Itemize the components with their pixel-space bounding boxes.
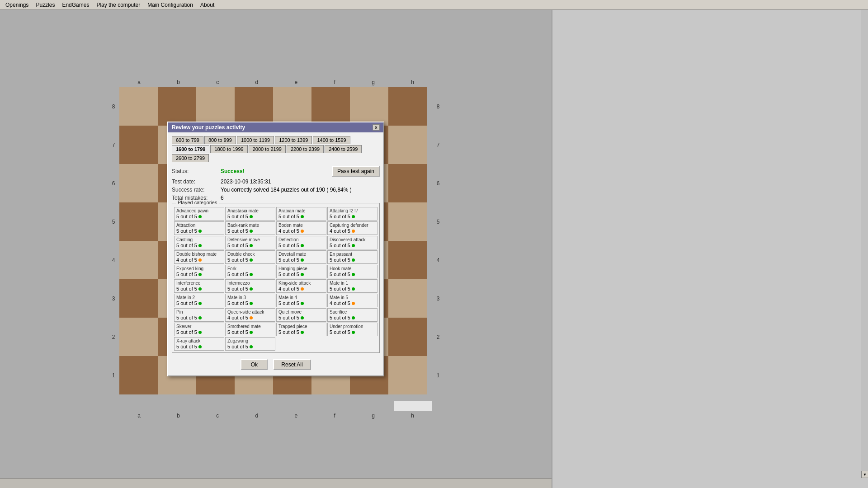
category-name-11: Discovered attack (330, 237, 375, 242)
board-container: a b c d e f g h 8 7 6 5 4 3 2 1 (0, 10, 552, 488)
category-score-34: 5 out of 5 (278, 329, 324, 335)
main-area: a b c d e f g h 8 7 6 5 4 3 2 1 (0, 10, 868, 488)
category-score-24: 5 out of 5 (176, 300, 222, 306)
ok-button[interactable]: Ok (241, 359, 268, 370)
dialog-body: 600 to 799 800 to 999 1000 to 1199 1200 … (168, 132, 383, 375)
menu-play-computer[interactable]: Play the computer (93, 1, 144, 9)
category-item-37: Zugzwang 5 out of 5 (225, 337, 275, 351)
category-item-13: Double check 5 out of 5 (225, 250, 275, 264)
category-score-1: 5 out of 5 (227, 214, 273, 219)
category-dot-8 (198, 244, 202, 247)
category-score-16: 5 out of 5 (176, 272, 222, 277)
tab-2000-2199[interactable]: 2000 to 2199 (249, 145, 286, 153)
test-date-label: Test date: (172, 178, 217, 185)
category-item-9: Defensive move 5 out of 5 (225, 236, 275, 249)
scroll-down-button[interactable]: ▼ (861, 471, 868, 478)
category-item-23: Mate in 1 5 out of 5 (327, 279, 377, 293)
menu-about[interactable]: About (197, 1, 218, 9)
category-name-31: Sacrifice (330, 310, 375, 314)
category-score-28: 5 out of 5 (176, 315, 222, 320)
category-name-26: Mate in 4 (278, 295, 324, 300)
total-mistakes-value: 6 (221, 195, 224, 201)
category-dot-20 (198, 287, 202, 291)
category-score-37: 5 out of 5 (227, 344, 273, 349)
category-name-33: Smothered mate (227, 324, 273, 329)
category-dot-1 (250, 215, 253, 218)
tab-1400-1599[interactable]: 1400 to 1599 (313, 136, 350, 144)
reset-all-button[interactable]: Reset All (273, 359, 311, 370)
category-score-27: 4 out of 5 (330, 300, 375, 306)
category-score-3: 5 out of 5 (330, 214, 375, 219)
category-name-19: Hook mate (330, 266, 375, 271)
category-name-27: Mate in 5 (330, 295, 375, 300)
category-score-0: 5 out of 5 (176, 214, 222, 219)
category-item-6: Boden mate 4 out of 5 (276, 221, 326, 235)
category-item-32: Skewer 5 out of 5 (174, 323, 224, 336)
category-score-21: 5 out of 5 (227, 286, 273, 291)
success-rate-row: Success rate: You correctly solved 184 p… (172, 187, 380, 193)
categories-grid: Advanced pawn 5 out of 5 Anastasia mate … (174, 207, 377, 351)
category-name-32: Skewer (176, 324, 222, 329)
category-dot-13 (250, 258, 253, 262)
categories-box: Played categories Advanced pawn 5 out of… (172, 203, 380, 353)
category-name-0: Advanced pawn (176, 208, 222, 213)
tab-1200-1399[interactable]: 1200 to 1399 (275, 136, 312, 144)
category-item-8: Castling 5 out of 5 (174, 236, 224, 249)
tab-600-799[interactable]: 600 to 799 (172, 136, 203, 144)
tab-2400-2599[interactable]: 2400 to 2599 (325, 145, 362, 153)
category-name-18: Hanging piece (278, 266, 324, 271)
category-dot-36 (198, 345, 202, 348)
tab-800-999[interactable]: 800 to 999 (204, 136, 236, 144)
test-date-value: 2023-10-09 13:35:31 (221, 178, 271, 185)
category-dot-15 (352, 258, 355, 262)
category-dot-7 (352, 230, 355, 233)
category-name-3: Attacking f2 f7 (330, 208, 375, 213)
category-name-29: Queen-side attack (227, 310, 273, 314)
menu-main-config[interactable]: Main Configuration (144, 1, 197, 9)
status-value: Success! (221, 168, 245, 174)
category-dot-30 (301, 316, 304, 319)
dialog-titlebar: Review your puzzles activity × (168, 122, 383, 132)
right-panel: ▲ ▼ (552, 10, 868, 488)
category-score-11: 5 out of 5 (330, 243, 375, 248)
category-score-2: 5 out of 5 (278, 214, 324, 219)
menu-puzzles[interactable]: Puzzles (32, 1, 58, 9)
menu-endgames[interactable]: EndGames (58, 1, 93, 9)
category-score-6: 4 out of 5 (278, 228, 324, 234)
category-dot-18 (301, 273, 304, 276)
tab-1000-1199[interactable]: 1000 to 1199 (237, 136, 274, 144)
dialog-close-button[interactable]: × (373, 124, 380, 131)
category-dot-29 (250, 316, 253, 319)
menu-openings[interactable]: Openings (2, 1, 32, 9)
category-score-29: 4 out of 5 (227, 315, 273, 320)
category-score-12: 4 out of 5 (176, 257, 222, 263)
category-item-11: Discovered attack 5 out of 5 (327, 236, 377, 249)
category-item-35: Under promotion 5 out of 5 (327, 323, 377, 336)
category-name-28: Pin (176, 310, 222, 314)
category-score-18: 5 out of 5 (278, 272, 324, 277)
category-dot-14 (301, 258, 304, 262)
tab-2600-2799[interactable]: 2600 to 2799 (172, 154, 209, 162)
category-item-10: Deflection 5 out of 5 (276, 236, 326, 249)
menubar: Openings Puzzles EndGames Play the compu… (0, 0, 868, 10)
category-name-15: En passant (330, 252, 375, 257)
category-name-16: Exposed king (176, 266, 222, 271)
category-item-36: X-ray attack 5 out of 5 (174, 337, 224, 351)
category-score-4: 5 out of 5 (176, 228, 222, 234)
category-score-8: 5 out of 5 (176, 243, 222, 248)
category-dot-34 (301, 331, 304, 334)
tab-1800-1999[interactable]: 1800 to 1999 (210, 145, 247, 153)
category-name-1: Anastasia mate (227, 208, 273, 213)
category-dot-26 (301, 302, 304, 305)
category-name-13: Double check (227, 252, 273, 257)
tab-1600-1799[interactable]: 1600 to 1799 (172, 145, 209, 153)
category-score-32: 5 out of 5 (176, 329, 222, 335)
pass-test-button[interactable]: Pass test again (332, 166, 380, 177)
tab-2200-2399[interactable]: 2200 to 2399 (287, 145, 324, 153)
category-score-36: 5 out of 5 (176, 344, 222, 349)
category-item-31: Sacrifice 5 out of 5 (327, 308, 377, 322)
category-name-9: Defensive move (227, 237, 273, 242)
category-name-10: Deflection (278, 237, 324, 242)
category-name-30: Quiet move (278, 310, 324, 314)
category-dot-32 (198, 331, 202, 334)
